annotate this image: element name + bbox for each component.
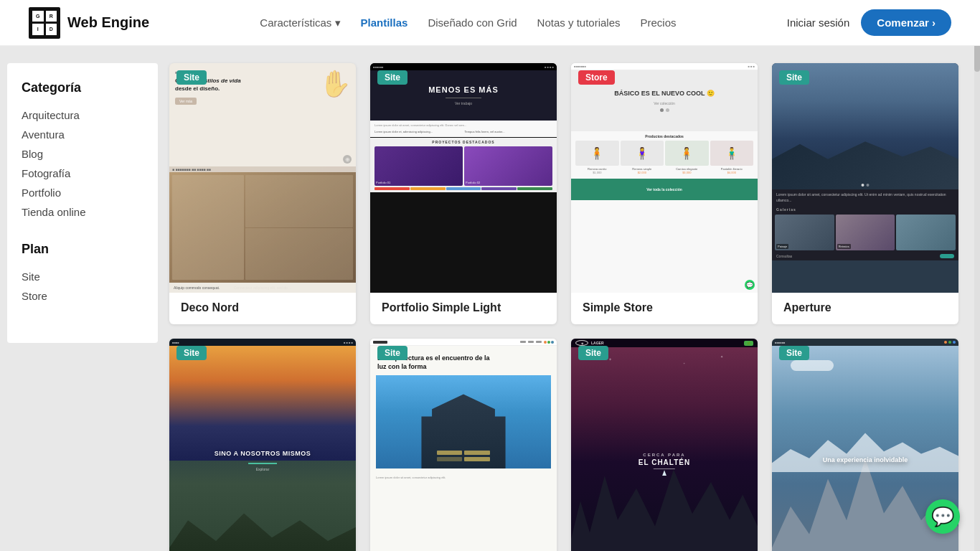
card-preview-portfolio: Site ■■■■■■ ■ ■ ■ ■ MENOS ES MÁS Ver tra…: [370, 63, 557, 293]
card-title-simple-store: Simple Store: [583, 301, 746, 314]
whatsapp-icon: 💬: [931, 506, 954, 528]
card-title-portfolio: Portfolio Simple Light: [382, 301, 545, 314]
sidebar-item-store[interactable]: Store: [22, 286, 143, 306]
nav-caracteristicas[interactable]: Características ▾: [260, 17, 340, 29]
nav-precios[interactable]: Precios: [641, 17, 677, 29]
card-preview-arq: Site: [370, 339, 557, 551]
card-preview-simple-store: Store ■■■■■■■ ■ ■ ■ BÁSICO ES EL NUEVO C…: [571, 63, 758, 293]
header-actions: Iniciar sesión Comenzar ›: [787, 9, 951, 36]
login-button[interactable]: Iniciar sesión: [787, 17, 850, 29]
badge-site-aperture: Site: [779, 70, 809, 85]
card-title-deco-nord: Deco Nord: [181, 301, 344, 314]
card-footer-aperture: Aperture: [772, 293, 958, 324]
badge-site-portfolio: Site: [377, 70, 407, 85]
sidebar-item-aventura[interactable]: Aventura: [22, 125, 143, 144]
nav-disenado[interactable]: Diseñado con Grid: [428, 17, 517, 29]
plan-title: Plan: [22, 242, 143, 257]
logo-grid-icon: G R I D: [29, 7, 60, 39]
sidebar: Categoría Arquitectura Aventura Blog Fot…: [7, 63, 158, 343]
templates-grid: Site ■■■■■■ Creamos estilos de vidadesde…: [169, 63, 966, 551]
card-preview-sino: Site ■■■■ ■ ■ ■ ■ SINO A NOSOTROS MISMOS…: [169, 339, 356, 551]
logo-text: Web Engine: [67, 14, 149, 31]
card-preview-chalt: Site ◉ LAGER 🌿 ✦ ✦ ✦: [571, 339, 758, 551]
card-footer-deco-nord: Deco Nord: [169, 293, 356, 324]
card-preview-aperture: Site Lorem ipsum dolor sit amet, consect…: [772, 63, 958, 293]
template-card-sino[interactable]: Site ■■■■ ■ ■ ■ ■ SINO A NOSOTROS MISMOS…: [169, 339, 356, 551]
logo[interactable]: G R I D Web Engine: [29, 7, 149, 39]
card-preview-deco-nord: Site ■■■■■■ Creamos estilos de vidadesde…: [169, 63, 356, 293]
template-card-portfolio[interactable]: Site ■■■■■■ ■ ■ ■ ■ MENOS ES MÁS Ver tra…: [370, 63, 557, 324]
whatsapp-button[interactable]: 💬: [925, 499, 960, 534]
sidebar-item-tienda[interactable]: Tienda online: [22, 202, 143, 222]
card-title-aperture: Aperture: [783, 301, 947, 314]
plan-list: Site Store: [22, 267, 143, 306]
template-card-arq[interactable]: Site: [370, 339, 557, 551]
template-card-chalt[interactable]: Site ◉ LAGER 🌿 ✦ ✦ ✦: [571, 339, 758, 551]
category-title: Categoría: [22, 80, 143, 95]
badge-site-chalt: Site: [578, 346, 608, 360]
start-button[interactable]: Comenzar ›: [861, 9, 951, 36]
template-card-aperture[interactable]: Site Lorem ipsum dolor sit amet, consect…: [772, 63, 958, 324]
nav-notas[interactable]: Notas y tutoriales: [537, 17, 621, 29]
sidebar-item-arquitectura[interactable]: Arquitectura: [22, 105, 143, 125]
card-footer-simple-store: Simple Store: [571, 293, 758, 324]
main-content: Categoría Arquitectura Aventura Blog Fot…: [0, 46, 980, 551]
badge-site-sino: Site: [176, 346, 207, 360]
sidebar-item-site[interactable]: Site: [22, 267, 143, 286]
nav-plantillas[interactable]: Plantillas: [361, 17, 408, 29]
card-footer-portfolio: Portfolio Simple Light: [370, 293, 557, 324]
template-card-simple-store[interactable]: Store ■■■■■■■ ■ ■ ■ BÁSICO ES EL NUEVO C…: [571, 63, 758, 324]
badge-site-experiencia: Site: [779, 346, 809, 360]
sidebar-item-blog[interactable]: Blog: [22, 144, 143, 164]
badge-site: Site: [176, 70, 207, 85]
badge-store-simple: Store: [578, 70, 615, 85]
badge-site-arq: Site: [377, 346, 407, 360]
header: G R I D Web Engine Características ▾ Pla…: [0, 0, 980, 46]
template-card-deco-nord[interactable]: Site ■■■■■■ Creamos estilos de vidadesde…: [169, 63, 356, 324]
sidebar-item-portfolio[interactable]: Portfolio: [22, 183, 143, 202]
sidebar-item-fotografia[interactable]: Fotografía: [22, 164, 143, 183]
category-list: Arquitectura Aventura Blog Fotografía Po…: [22, 105, 143, 222]
main-nav: Características ▾ Plantillas Diseñado co…: [260, 17, 676, 29]
